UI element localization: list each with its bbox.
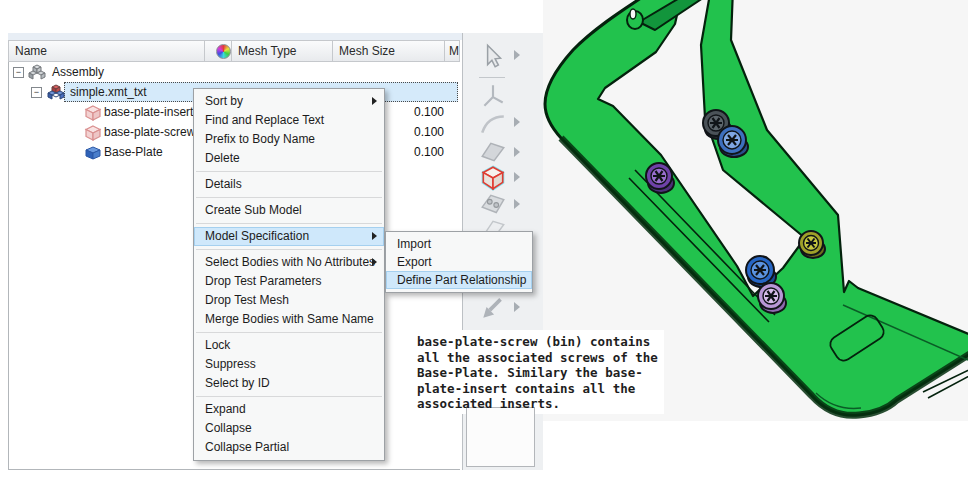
menu-item-prefix-to-body-name[interactable]: Prefix to Body Name xyxy=(194,130,384,149)
column-header-mesh-size[interactable]: Mesh Size xyxy=(333,40,445,62)
menu-item-sort-by[interactable]: Sort by xyxy=(194,92,384,111)
arc-edge-icon[interactable] xyxy=(478,110,508,138)
menu-item-suppress[interactable]: Suppress xyxy=(194,355,384,374)
toolbar-separator xyxy=(479,77,505,78)
empty-panel-box xyxy=(466,407,535,467)
menu-separator xyxy=(196,223,382,224)
pink-cube-body-icon xyxy=(84,105,102,121)
tree-item-base-plate-screw[interactable]: base-plate-screw xyxy=(104,122,195,142)
menu-item-select-by-id[interactable]: Select by ID xyxy=(194,374,384,393)
blue-solid-body-icon xyxy=(84,145,102,161)
menu-item-create-sub-model[interactable]: Create Sub Model xyxy=(194,201,384,220)
menu-item-merge-bodies-same-name[interactable]: Merge Bodies with Same Name xyxy=(194,310,384,329)
menu-item-select-bodies-no-attributes[interactable]: Select Bodies with No Attributes xyxy=(194,253,384,272)
surface-face-icon[interactable] xyxy=(478,138,508,166)
assembly-cubes-icon xyxy=(28,64,46,81)
menu-item-find-and-replace-text[interactable]: Find and Replace Text xyxy=(194,111,384,130)
pink-cube-body-icon xyxy=(84,125,102,141)
mesh-size-value: 0.100 xyxy=(384,142,444,162)
select-cursor-icon[interactable] xyxy=(478,42,508,70)
menu-item-details[interactable]: Details xyxy=(194,175,384,194)
submenu-item-export[interactable]: Export xyxy=(386,253,532,271)
menu-separator xyxy=(196,332,382,333)
submenu-arrow-icon xyxy=(372,97,377,105)
context-menu: Sort by Find and Replace Text Prefix to … xyxy=(193,88,385,461)
application-window: Name Mesh Type Mesh Size Min E − Assembl… xyxy=(0,0,968,487)
expand-toggle-simple[interactable]: − xyxy=(31,87,42,98)
expand-toggle-assembly[interactable]: − xyxy=(13,67,24,78)
menu-item-collapse-partial[interactable]: Collapse Partial xyxy=(194,438,384,457)
flyout-arrow-icon[interactable] xyxy=(514,172,520,182)
annotation-text: base-plate-screw (bin) contains all the … xyxy=(417,334,667,412)
subassembly-cubes-icon xyxy=(47,84,65,101)
tree-item-base-plate-insert[interactable]: base-plate-insert xyxy=(104,102,193,122)
menu-separator xyxy=(196,197,382,198)
flyout-arrow-icon[interactable] xyxy=(514,199,520,209)
submenu-item-import[interactable]: Import xyxy=(386,235,532,253)
menu-item-drop-test-mesh[interactable]: Drop Test Mesh xyxy=(194,291,384,310)
menu-item-delete[interactable]: Delete xyxy=(194,149,384,168)
menu-item-drop-test-parameters[interactable]: Drop Test Parameters xyxy=(194,272,384,291)
triad-axes-icon[interactable] xyxy=(478,82,508,110)
menu-item-collapse[interactable]: Collapse xyxy=(194,419,384,438)
column-header-mesh-type[interactable]: Mesh Type xyxy=(232,40,333,62)
face-with-vertices-icon[interactable] xyxy=(478,191,508,219)
menu-separator xyxy=(196,171,382,172)
flyout-arrow-icon[interactable] xyxy=(514,50,520,60)
submenu-item-define-part-relationship[interactable]: Define Part Relationship xyxy=(386,271,532,289)
column-header-min-e[interactable]: Min E xyxy=(445,40,460,62)
tree-item-simple-xmt-txt[interactable]: simple.xmt_txt xyxy=(70,82,147,102)
menu-item-lock[interactable]: Lock xyxy=(194,336,384,355)
column-header-name[interactable]: Name xyxy=(8,40,205,62)
submenu-arrow-icon xyxy=(372,232,377,240)
flyout-arrow-icon[interactable] xyxy=(514,302,520,312)
column-header-color[interactable] xyxy=(205,40,232,62)
model-specification-submenu: Import Export Define Part Relationship xyxy=(385,231,533,293)
color-wheel-icon xyxy=(216,44,231,59)
submenu-arrow-icon xyxy=(372,258,377,266)
menu-item-model-specification[interactable]: Model Specification xyxy=(194,227,384,246)
menu-separator xyxy=(196,396,382,397)
tree-item-base-plate[interactable]: Base-Plate xyxy=(104,142,163,162)
mesh-size-value: 0.100 xyxy=(384,102,444,122)
tree-item-assembly[interactable]: Assembly xyxy=(52,62,104,82)
flyout-arrow-icon[interactable] xyxy=(514,147,520,157)
flyout-arrow-icon[interactable] xyxy=(514,117,520,127)
mesh-size-value: 0.100 xyxy=(384,122,444,142)
menu-separator xyxy=(196,249,382,250)
solid-body-cube-icon-active[interactable] xyxy=(478,164,508,192)
viewport-lower-band xyxy=(543,421,968,487)
menu-item-expand[interactable]: Expand xyxy=(194,400,384,419)
move-arrow-icon[interactable] xyxy=(478,294,508,322)
